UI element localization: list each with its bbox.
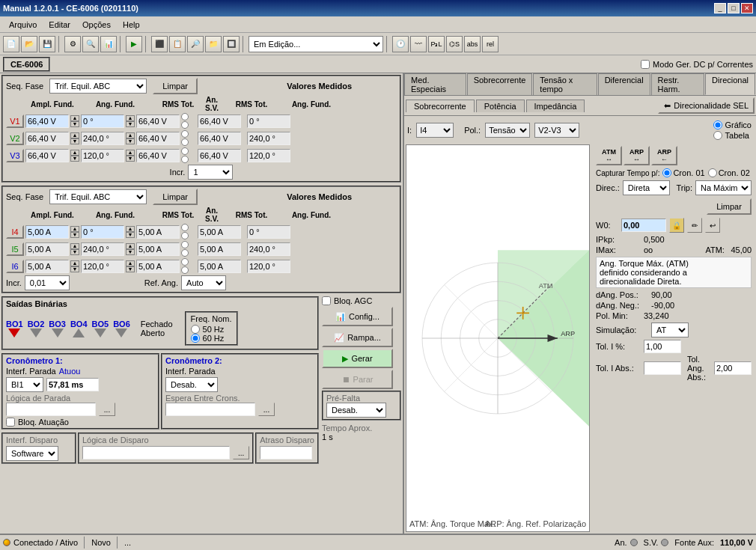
v3-ampl-down[interactable]: ▼ [70,156,79,162]
limpar-dir-btn[interactable]: Limpar [707,198,752,215]
tol-i-abs-input[interactable] [644,361,681,375]
bo3-indicator[interactable] [52,329,64,337]
bo4-indicator[interactable] [73,329,85,337]
v2-ang-down[interactable]: ▼ [126,138,135,144]
i6-button[interactable]: I6 [6,260,24,273]
v1-ampl-up[interactable]: ▲ [70,115,79,121]
i4-ampl-down[interactable]: ▼ [70,232,79,238]
atm-btn2[interactable]: ARP↔ [624,146,650,165]
w0-input[interactable] [621,219,666,232]
i6-rms-input[interactable] [136,260,180,273]
close-button[interactable]: ✕ [741,3,753,13]
incr-i-select[interactable]: 0,01 [25,275,70,290]
menu-editar[interactable]: Editar [43,19,76,31]
tb-btn3[interactable]: 📊 [100,36,117,52]
v3-ang-down[interactable]: ▼ [126,156,135,162]
tab-direcional[interactable]: Direcional [705,73,755,95]
v3-button[interactable]: V3 [6,149,24,162]
v-value-select[interactable]: V2-V3 [534,123,579,138]
v2-rms-input[interactable] [136,132,180,145]
tb-btn1[interactable]: ⚙ [64,36,81,52]
bo1-indicator[interactable] [8,329,20,337]
trip-select[interactable]: Na Máxima [695,180,752,195]
tb-play[interactable]: ▶ [126,36,142,52]
v2-button[interactable]: V2 [6,132,24,145]
v2-ang-up[interactable]: ▲ [126,132,135,138]
cron2-espera-input[interactable] [165,403,255,416]
w0-icon2[interactable]: ✏ [687,218,702,233]
modo-check-input[interactable] [641,60,650,69]
tb-freq[interactable]: ⌬S [446,36,463,52]
tb-btn2[interactable]: 🔍 [82,36,99,52]
i5-ampl-input[interactable] [25,242,69,256]
tab-diferencial[interactable]: Diferencial [598,73,650,95]
cron01-radio[interactable] [662,168,671,177]
menu-help[interactable]: Help [117,19,146,31]
grafico-radio[interactable] [713,120,722,129]
i4-ang-up[interactable]: ▲ [126,226,135,232]
v3-ang-input[interactable] [81,149,124,162]
tb-psl[interactable]: P₃L [428,36,445,52]
freq-60hz-radio[interactable] [191,334,200,343]
tab-restr-harm[interactable]: Restr. Harm. [651,73,704,95]
tb-btn8[interactable]: 🔲 [223,36,240,52]
tabela-radio[interactable] [713,131,722,140]
cron01-option[interactable]: Cron. 01 [662,168,704,177]
inner-tab-potencia[interactable]: Potência [476,100,525,112]
simulacao-select[interactable]: AT [651,323,689,337]
v3-ang-up[interactable]: ▲ [126,150,135,156]
freq-60hz-option[interactable]: 60 Hz [191,334,232,343]
i-value-select[interactable]: I4 [416,123,454,138]
v1-ang-down[interactable]: ▼ [126,121,135,127]
i4-ampl-up[interactable]: ▲ [70,226,79,232]
i5-ang-up[interactable]: ▲ [126,243,135,249]
limpar-v-btn[interactable]: Limpar [153,78,198,94]
v1-ang-input[interactable] [81,114,124,128]
cron1-atuou[interactable]: Atuou [59,367,81,376]
i6-ampl-up[interactable]: ▲ [70,260,79,266]
i5-ang-down[interactable]: ▼ [126,249,135,255]
tb-btn4[interactable]: ⬛ [151,36,168,52]
status-dropdown[interactable]: Em Edição... [249,36,383,52]
v2-ampl-down[interactable]: ▼ [70,138,79,144]
v2-ampl-up[interactable]: ▲ [70,132,79,138]
v1-ampl-down[interactable]: ▼ [70,121,79,127]
v3-rms-input[interactable] [136,149,180,162]
inner-tab-sobrecorrente[interactable]: Sobrecorrente [406,100,475,112]
cron1-interf-select[interactable]: BI1 [6,377,43,392]
tb-abs[interactable]: abs [464,36,481,52]
maximize-button[interactable]: □ [728,3,740,13]
direc-select[interactable]: Direta [623,180,671,195]
i6-ang-input[interactable] [81,260,124,273]
i5-rms-input[interactable] [136,242,180,256]
tb-new[interactable]: 📄 [3,36,19,52]
i4-ang-down[interactable]: ▼ [126,232,135,238]
tb-open[interactable]: 📂 [21,36,37,52]
i6-ang-down[interactable]: ▼ [126,266,135,272]
menu-arquivo[interactable]: Arquivo [3,19,43,31]
w0-icon3[interactable]: ↩ [705,218,720,233]
cron2-browse-btn[interactable]: ... [258,403,275,416]
cron02-radio[interactable] [708,168,717,177]
v3-ampl-input[interactable] [25,149,69,162]
i6-ampl-down[interactable]: ▼ [70,266,79,272]
i4-button[interactable]: I4 [6,225,24,239]
tab-tensao-tempo[interactable]: Tensão x tempo [533,73,597,95]
dir-sel-button[interactable]: ⬅ Direcionalidade SEL [658,97,755,114]
bloq-agc-check[interactable] [322,296,331,305]
atm-btn1[interactable]: ATM↔ [596,146,622,165]
i5-ang-input[interactable] [81,242,124,256]
tol-ang-abs-input[interactable] [714,361,752,375]
cron1-logica-input[interactable] [6,403,96,416]
grafico-option[interactable]: Gráfico [713,120,752,129]
tb-btn6[interactable]: 🔎 [187,36,204,52]
v1-rms-input[interactable] [136,114,180,128]
tabela-option[interactable]: Tabela [713,131,752,140]
tb-wave[interactable]: 〰 [410,36,427,52]
tb-rel[interactable]: rel [482,36,499,52]
bo2-indicator[interactable] [30,329,42,337]
minimize-button[interactable]: _ [714,3,726,13]
cron02-option[interactable]: Cron. 02 [708,168,750,177]
v2-ampl-input[interactable] [25,132,69,145]
cron2-interf-select[interactable]: Desab. [165,377,218,392]
